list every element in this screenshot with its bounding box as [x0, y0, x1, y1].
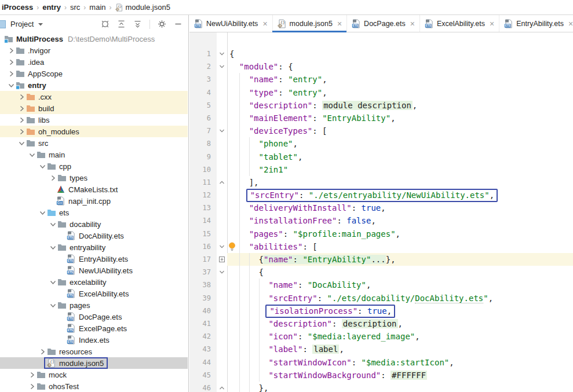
collapse-all-icon[interactable] — [133, 20, 142, 28]
tree-item-ohostest[interactable]: ohosTest — [0, 380, 188, 392]
fold-down-icon[interactable] — [217, 266, 227, 279]
tab-newuiability-ets[interactable]: ETSNewUiAbility.ets× — [189, 15, 273, 32]
close-icon[interactable]: × — [410, 20, 415, 28]
fold-down-icon[interactable] — [217, 60, 227, 73]
code-text[interactable]: "name": "entry", — [227, 73, 573, 86]
tree-item-resources[interactable]: resources — [0, 346, 188, 357]
tree-item-src[interactable]: src — [0, 137, 188, 149]
code-text[interactable]: {"name": "EntryAbility"...}, — [227, 253, 573, 266]
code-text[interactable]: "name": "DocAbility", — [227, 279, 573, 291]
fold-down-icon[interactable] — [217, 47, 227, 60]
tree-item-appscope[interactable]: AppScope — [0, 68, 188, 79]
code-text[interactable]: "pages": "$profile:main_pages", — [227, 228, 573, 240]
chevron-down-icon[interactable] — [38, 163, 47, 170]
code-text[interactable]: "label": label, — [227, 343, 573, 356]
chevron-right-icon[interactable] — [7, 70, 16, 78]
chevron-right-icon[interactable] — [7, 47, 16, 54]
tree-item-newuiability-ets[interactable]: ETSNewUiAbility.ets — [0, 265, 188, 276]
tree-item-entryability-ets[interactable]: ETSEntryAbility.ets — [0, 253, 188, 265]
chevron-down-icon[interactable] — [49, 279, 57, 286]
code-text[interactable]: "isolationProcess": true, — [227, 305, 573, 317]
expand-all-icon[interactable] — [117, 20, 126, 28]
code-text[interactable]: "srcEntry": "./ets/docability/DocAbility… — [227, 292, 573, 305]
code-text[interactable]: { — [227, 47, 573, 60]
tree-item-docability[interactable]: docability — [0, 218, 188, 230]
close-icon[interactable]: × — [490, 20, 494, 28]
chevron-right-icon[interactable] — [7, 58, 16, 66]
chevron-down-icon[interactable] — [49, 244, 57, 251]
code-text[interactable]: "abilities": [ — [227, 240, 573, 253]
breadcrumb-item-entry[interactable]: entry — [42, 3, 61, 12]
chevron-right-icon[interactable] — [49, 174, 57, 182]
tree-item-libs[interactable]: libs — [0, 114, 188, 126]
chevron-right-icon[interactable] — [28, 371, 37, 379]
close-icon[interactable]: × — [568, 20, 573, 28]
code-text[interactable]: { — [227, 266, 573, 279]
chevron-right-icon[interactable] — [28, 383, 37, 390]
code-text[interactable]: "module": { — [227, 60, 573, 73]
tree-item-cxx[interactable]: .cxx — [0, 91, 188, 102]
chevron-right-icon[interactable] — [17, 116, 26, 124]
tree-item-docability-ets[interactable]: ETSDocAbility.ets — [0, 230, 188, 241]
code-text[interactable]: "deliveryWithInstall": true, — [227, 202, 573, 214]
hide-icon[interactable] — [174, 20, 183, 28]
code-text[interactable]: "deviceTypes": [ — [227, 124, 573, 137]
code-text[interactable]: "srcEntry": "./ets/entryability/NewUiAbi… — [227, 189, 573, 202]
code-text[interactable]: "type": "entry", — [227, 86, 573, 99]
fold-down-icon[interactable] — [217, 240, 227, 253]
tree-item-cpp[interactable]: cpp — [0, 160, 188, 172]
tree-item-napi-init-cpp[interactable]: C++napi_init.cpp — [0, 195, 188, 207]
chevron-right-icon[interactable] — [17, 105, 26, 112]
breadcrumb-item-src[interactable]: src — [70, 3, 81, 12]
code-text[interactable]: "installationFree": false, — [227, 214, 573, 227]
settings-icon[interactable] — [158, 20, 166, 28]
fold-plus-icon[interactable] — [217, 253, 227, 266]
code-text[interactable]: "2in1" — [227, 163, 573, 176]
tree-item-pages[interactable]: pages — [0, 299, 188, 311]
tree-item-excelpage-ets[interactable]: ETSExcelPage.ets — [0, 323, 188, 334]
tab-module-json5[interactable]: {}module.json5× — [273, 15, 348, 32]
chevron-down-icon[interactable] — [49, 302, 57, 309]
bulb-icon[interactable] — [228, 242, 236, 251]
close-icon[interactable]: × — [262, 20, 267, 28]
code-text[interactable]: "startWindowBackground": #FFFFFF — [227, 369, 573, 382]
tree-item-docpage-ets[interactable]: ETSDocPage.ets — [0, 311, 188, 323]
tree-item-excelability-ets[interactable]: ETSExcelAbility.ets — [0, 288, 188, 299]
tree-item-oh-modules[interactable]: oh_modules — [0, 126, 188, 137]
tree-item-idea[interactable]: .idea — [0, 56, 188, 68]
chevron-down-icon[interactable] — [38, 22, 43, 27]
tree-item-index-ets[interactable]: ETSIndex.ets — [0, 334, 188, 346]
fold-up-icon[interactable] — [217, 176, 227, 189]
breadcrumb-item-iprocess[interactable]: iProcess — [1, 3, 34, 12]
breadcrumb-item-module-json5[interactable]: {}module.json5 — [115, 3, 171, 12]
tree-item-multiprocess[interactable]: MultiProcessD:\testDemo\MultiProcess — [0, 33, 188, 45]
tree-item-cmakelists-txt[interactable]: CMakeLists.txt — [0, 184, 188, 195]
code-text[interactable]: "description": module description, — [227, 99, 573, 112]
tree-item-module-json5[interactable]: {}module.json5 — [0, 357, 188, 369]
tab-excelability-ets[interactable]: ETSExcelAbility.ets× — [420, 15, 499, 32]
chevron-down-icon[interactable] — [7, 82, 16, 89]
chevron-right-icon[interactable] — [17, 93, 26, 101]
locate-icon[interactable] — [101, 20, 110, 28]
fold-down-icon[interactable] — [217, 124, 227, 137]
code-text[interactable]: "startWindowIcon": "$media:startIcon", — [227, 356, 573, 369]
tree-item-build[interactable]: build — [0, 102, 188, 114]
tab-entryability-ets[interactable]: ETSEntryAbility.ets× — [499, 15, 573, 32]
tree-item-ets[interactable]: ets — [0, 207, 188, 218]
chevron-down-icon[interactable] — [17, 140, 26, 147]
chevron-down-icon[interactable] — [38, 209, 47, 217]
tree-item-main[interactable]: main — [0, 149, 188, 160]
tree-item-mock[interactable]: mock — [0, 369, 188, 380]
tab-docpage-ets[interactable]: ETSDocPage.ets× — [347, 15, 420, 32]
tree-item-excelability[interactable]: excelability — [0, 276, 188, 288]
code-text[interactable]: "mainElement": "EntryAbility", — [227, 112, 573, 124]
code-text[interactable]: "tablet", — [227, 151, 573, 163]
chevron-down-icon[interactable] — [49, 221, 57, 228]
code-text[interactable]: "phone", — [227, 137, 573, 150]
code-text[interactable]: "icon": "$media:layered_image", — [227, 330, 573, 343]
tree-item-hvigor[interactable]: .hvigor — [0, 45, 188, 56]
chevron-down-icon[interactable] — [28, 151, 37, 159]
tree-item-types[interactable]: types — [0, 172, 188, 184]
code-text[interactable]: "description": description, — [227, 317, 573, 330]
code-area[interactable]: 1{2"module": {3"name": "entry",4"type": … — [189, 32, 573, 392]
